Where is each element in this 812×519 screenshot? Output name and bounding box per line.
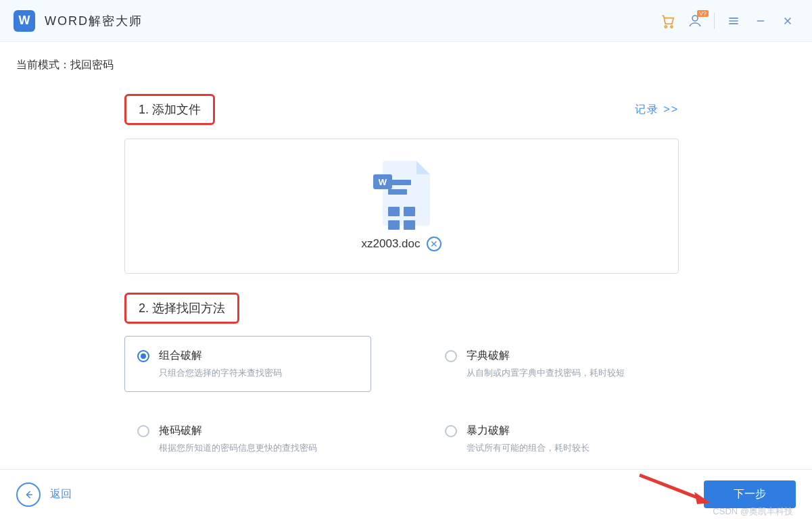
method-title: 掩码破解: [159, 424, 317, 438]
app-title: WORD解密大师: [45, 13, 143, 29]
section-choose-method: 2. 选择找回方法 组合破解 只组合您选择的字符来查找密码 字典破解 从自制或内…: [124, 293, 677, 467]
footer: 返回 下一步: [0, 469, 812, 519]
user-badge: V?: [697, 10, 709, 17]
method-dictionary[interactable]: 字典破解 从自制或内置字典中查找密码，耗时较短: [432, 336, 679, 392]
mode-label: 当前模式：找回密码: [16, 58, 812, 72]
method-combination[interactable]: 组合破解 只组合您选择的字符来查找密码: [124, 336, 371, 392]
method-mask[interactable]: 掩码破解 根据您所知道的密码信息更快的查找密码: [124, 411, 371, 467]
method-title: 字典破解: [467, 349, 625, 363]
back-label: 返回: [50, 487, 72, 501]
mode-prefix: 当前模式：: [16, 59, 70, 70]
method-bruteforce[interactable]: 暴力破解 尝试所有可能的组合，耗时较长: [432, 411, 679, 467]
close-icon[interactable]: [774, 7, 801, 34]
titlebar: W WORD解密大师 V?: [0, 0, 812, 42]
menu-icon[interactable]: [720, 7, 747, 34]
watermark: CSDN @奥凯丰科技: [713, 505, 793, 518]
cart-icon[interactable]: [654, 7, 682, 34]
radio-icon[interactable]: [445, 425, 457, 437]
user-icon[interactable]: V?: [682, 7, 709, 34]
file-dropzone[interactable]: W xz2003.doc ✕: [124, 139, 679, 274]
section-add-file: 1. 添加文件 记录 >> W xz2003.doc ✕: [124, 94, 677, 274]
radio-icon[interactable]: [137, 425, 149, 437]
filename-row: xz2003.doc ✕: [362, 237, 442, 251]
separator: [714, 13, 715, 29]
step2-title: 2. 选择找回方法: [124, 293, 239, 324]
file-name: xz2003.doc: [362, 237, 421, 251]
back-arrow-icon: [16, 483, 41, 507]
step1-title: 1. 添加文件: [124, 94, 215, 125]
method-desc: 根据您所知道的密码信息更快的查找密码: [159, 442, 317, 454]
app-logo-icon: W: [14, 10, 35, 32]
radio-icon[interactable]: [445, 350, 457, 362]
back-button[interactable]: 返回: [16, 483, 72, 507]
records-link[interactable]: 记录 >>: [635, 103, 679, 117]
word-file-icon: W: [373, 161, 430, 228]
next-button[interactable]: 下一步: [704, 480, 796, 508]
radio-icon[interactable]: [137, 350, 149, 362]
method-desc: 只组合您选择的字符来查找密码: [159, 367, 282, 379]
minimize-icon[interactable]: [747, 7, 774, 34]
method-title: 暴力破解: [467, 424, 590, 438]
method-title: 组合破解: [159, 349, 282, 363]
method-desc: 从自制或内置字典中查找密码，耗时较短: [467, 367, 625, 379]
method-grid: 组合破解 只组合您选择的字符来查找密码 字典破解 从自制或内置字典中查找密码，耗…: [124, 336, 679, 467]
method-desc: 尝试所有可能的组合，耗时较长: [467, 442, 590, 454]
content-area: 当前模式：找回密码 1. 添加文件 记录 >> W xz2003.doc: [0, 42, 812, 467]
remove-file-icon[interactable]: ✕: [427, 237, 441, 251]
svg-point-1: [671, 26, 673, 28]
svg-point-0: [665, 26, 667, 28]
mode-value: 找回密码: [70, 59, 114, 70]
